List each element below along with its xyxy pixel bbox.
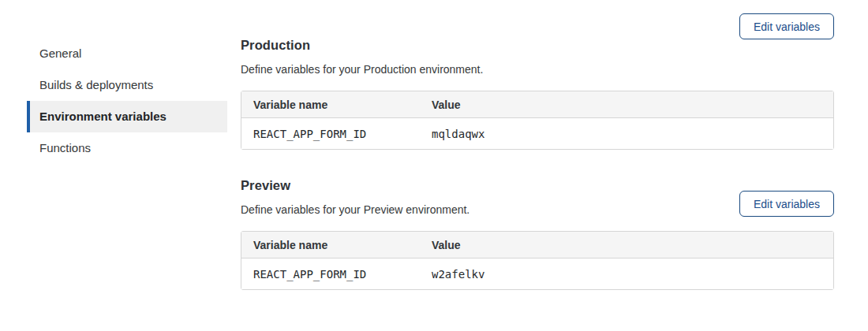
column-header-variable-name: Variable name [241, 232, 420, 258]
column-header-value: Value [420, 232, 833, 258]
settings-sidebar: General Builds & deployments Environment… [27, 38, 227, 164]
preview-section: Preview Define variables for your Previe… [241, 178, 834, 290]
production-variables-table: Variable name Value REACT_APP_FORM_ID mq… [241, 91, 834, 150]
sidebar-item-builds-deployments[interactable]: Builds & deployments [27, 69, 227, 101]
table-header-row: Variable name Value [241, 232, 833, 258]
table-row: REACT_APP_FORM_ID mqldaqwx [241, 118, 833, 149]
variable-name-cell: REACT_APP_FORM_ID [241, 258, 420, 289]
edit-variables-button-production[interactable]: Edit variables [739, 13, 834, 39]
column-header-value: Value [420, 91, 833, 118]
column-header-variable-name: Variable name [241, 91, 420, 118]
production-section: Production Define variables for your Pro… [241, 0, 834, 150]
sidebar-item-functions[interactable]: Functions [27, 132, 227, 164]
sidebar-item-environment-variables[interactable]: Environment variables [27, 101, 227, 132]
production-section-description: Define variables for your Production env… [241, 63, 834, 76]
variable-name-cell: REACT_APP_FORM_ID [241, 118, 420, 149]
settings-main-content: Production Define variables for your Pro… [241, 0, 834, 290]
table-row: REACT_APP_FORM_ID w2afelkv [241, 258, 833, 289]
edit-variables-button-preview[interactable]: Edit variables [739, 191, 834, 217]
production-section-title: Production [241, 38, 834, 53]
table-header-row: Variable name Value [241, 91, 833, 118]
variable-value-cell: mqldaqwx [420, 118, 833, 149]
variable-value-cell: w2afelkv [420, 258, 833, 289]
preview-variables-table: Variable name Value REACT_APP_FORM_ID w2… [241, 231, 834, 290]
sidebar-item-general[interactable]: General [27, 38, 227, 69]
